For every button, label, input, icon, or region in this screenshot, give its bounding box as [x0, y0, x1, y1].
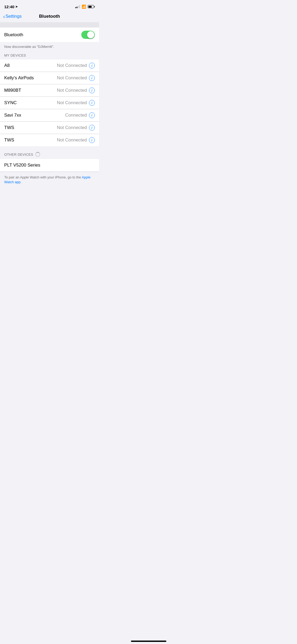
- wifi-icon: 📶: [82, 4, 86, 9]
- device-info-button[interactable]: i: [89, 88, 95, 93]
- other-devices-header: OTHER DEVICES: [0, 146, 99, 159]
- section-gap-top: [0, 22, 99, 27]
- device-info-button[interactable]: i: [89, 100, 95, 106]
- device-status: Not Connected: [57, 88, 87, 93]
- footer-text: To pair an Apple Watch with your iPhone,…: [4, 175, 82, 179]
- device-row: Kelly's AirPods Not Connected i: [0, 72, 99, 84]
- discoverable-notice: Now discoverable as "DJMerritt".: [0, 42, 99, 49]
- device-row: TWS Not Connected i: [0, 134, 99, 146]
- device-row: M890BT Not Connected i: [0, 84, 99, 97]
- device-name: M890BT: [4, 88, 21, 93]
- battery-icon: [88, 5, 95, 8]
- location-icon: ➤: [15, 5, 18, 8]
- status-icons: 📶: [75, 4, 95, 9]
- device-name: SYNC: [4, 100, 17, 105]
- device-info-button[interactable]: i: [89, 63, 95, 68]
- device-right: Not Connected i: [57, 125, 95, 131]
- device-right: Not Connected i: [57, 100, 95, 106]
- device-right: Not Connected i: [57, 137, 95, 143]
- device-name: A8: [4, 63, 10, 68]
- signal-bar-3: [78, 6, 79, 8]
- signal-bar-2: [77, 7, 77, 8]
- other-devices-list: PLT V5200 Series: [0, 159, 99, 172]
- signal-bar-4: [79, 5, 80, 8]
- device-info-button[interactable]: i: [89, 75, 95, 81]
- time-label: 12:40: [4, 4, 14, 9]
- device-name: Savi 7xx: [4, 113, 21, 118]
- status-time: 12:40 ➤: [4, 4, 18, 9]
- device-row: TWS Not Connected i: [0, 122, 99, 134]
- device-right: Not Connected i: [57, 88, 95, 93]
- back-chevron-icon: ‹: [3, 13, 5, 20]
- other-device-row: PLT V5200 Series: [0, 159, 99, 172]
- device-status: Not Connected: [57, 63, 87, 68]
- device-right: Not Connected i: [57, 63, 95, 68]
- device-info-button[interactable]: i: [89, 137, 95, 143]
- bluetooth-toggle-section: Bluetooth: [0, 27, 99, 42]
- my-devices-header-label: MY DEVICES: [4, 53, 26, 57]
- device-status: Not Connected: [57, 125, 87, 130]
- bluetooth-toggle-row: Bluetooth: [0, 27, 99, 42]
- my-devices-header: MY DEVICES: [0, 49, 99, 59]
- toggle-knob: [87, 31, 94, 38]
- back-label: Settings: [6, 14, 22, 19]
- device-name: TWS: [4, 125, 14, 130]
- device-status: Connected: [65, 113, 87, 118]
- nav-bar: ‹ Settings Bluetooth: [0, 12, 99, 22]
- signal-bars: [75, 5, 80, 8]
- status-bar: 12:40 ➤ 📶: [0, 0, 99, 12]
- footer-text-after: .: [21, 180, 22, 184]
- device-row: Savi 7xx Connected i: [0, 109, 99, 122]
- device-status: Not Connected: [57, 100, 87, 105]
- device-info-button[interactable]: i: [89, 125, 95, 131]
- discoverable-text: Now discoverable as "DJMerritt".: [4, 45, 54, 49]
- my-devices-list: A8 Not Connected i Kelly's AirPods Not C…: [0, 59, 99, 146]
- signal-bar-1: [75, 7, 76, 8]
- device-name: TWS: [4, 137, 14, 143]
- device-name: Kelly's AirPods: [4, 75, 34, 81]
- device-right: Connected i: [65, 112, 95, 118]
- back-button[interactable]: ‹ Settings: [3, 13, 22, 20]
- device-info-button[interactable]: i: [89, 112, 95, 118]
- bluetooth-label: Bluetooth: [4, 32, 23, 38]
- page-title: Bluetooth: [39, 14, 60, 19]
- device-row: SYNC Not Connected i: [0, 97, 99, 109]
- other-device-name: PLT V5200 Series: [4, 163, 40, 168]
- device-row: A8 Not Connected i: [0, 59, 99, 72]
- device-status: Not Connected: [57, 137, 87, 143]
- device-right: Not Connected i: [57, 75, 95, 81]
- device-status: Not Connected: [57, 75, 87, 81]
- bluetooth-toggle[interactable]: [81, 31, 95, 39]
- scanning-spinner: [35, 152, 40, 157]
- other-devices-header-label: OTHER DEVICES: [4, 153, 33, 157]
- footer-notice: To pair an Apple Watch with your iPhone,…: [0, 172, 99, 192]
